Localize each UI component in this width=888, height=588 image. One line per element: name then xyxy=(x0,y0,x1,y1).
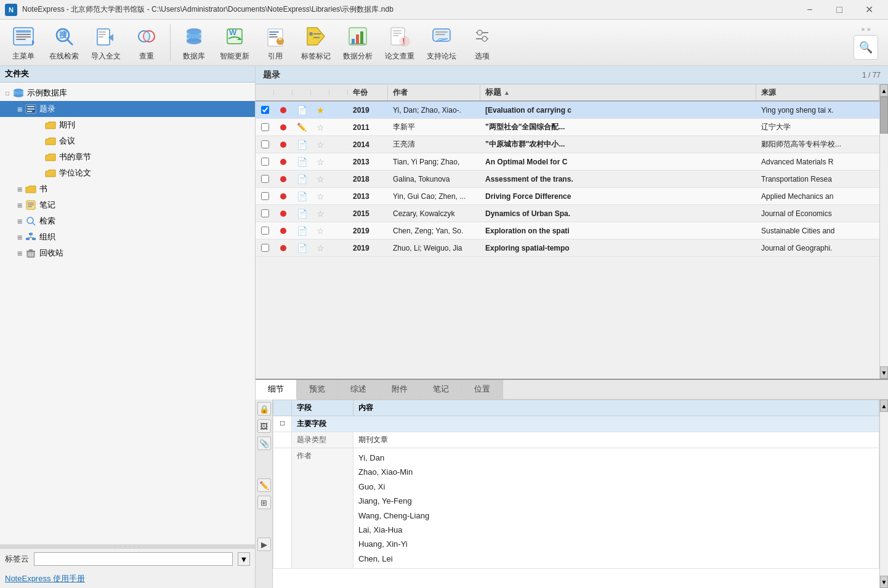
star-empty-4[interactable]: ☆ xyxy=(317,157,325,167)
detail-scrollbar-up[interactable]: ▲ xyxy=(880,400,888,412)
tree-expand-thesis[interactable] xyxy=(34,168,44,178)
toolbar-update[interactable]: W 智能更新 xyxy=(215,22,254,64)
star-filled-1[interactable]: ★ xyxy=(317,105,325,115)
detail-lock-icon[interactable]: 🔒 xyxy=(257,402,271,416)
th-author[interactable]: 作者 xyxy=(388,85,480,100)
tree-expand-trash[interactable]: ⊞ xyxy=(15,248,25,258)
detail-tab-attachment[interactable]: 附件 xyxy=(379,380,421,399)
detail-clip-icon[interactable]: 📎 xyxy=(257,437,271,450)
toolbar-analysis[interactable]: 数据分析 xyxy=(338,22,377,64)
th-title[interactable]: 标题 ▲ xyxy=(480,84,756,100)
td-star-1[interactable]: ★ xyxy=(311,103,329,117)
td-checkbox-2[interactable] xyxy=(256,121,274,133)
toolbar-cite[interactable]: " 引用 xyxy=(257,22,294,64)
td-star-7[interactable]: ☆ xyxy=(311,207,329,220)
tree-expand-search[interactable]: ⊞ xyxy=(15,216,25,226)
th-checkbox[interactable] xyxy=(256,90,274,95)
star-empty-5[interactable]: ☆ xyxy=(317,174,325,184)
td-star-2[interactable]: ☆ xyxy=(311,121,329,134)
maximize-button[interactable]: □ xyxy=(825,1,854,19)
td-star-3[interactable]: ☆ xyxy=(311,138,329,151)
tree-expand-chapter[interactable] xyxy=(34,152,44,162)
table-row[interactable]: 📄 ☆ 2015 Cezary, Kowalczyk Dynamics of U… xyxy=(256,205,879,222)
tree-expand-db[interactable]: □ xyxy=(2,88,12,98)
tree-expand-notes[interactable]: ⊞ xyxy=(15,200,25,210)
table-row[interactable]: 📄 ★ 2019 Yi, Dan; Zhao, Xiao-. [Evaluati… xyxy=(256,102,879,119)
tag-dropdown-button[interactable]: ▼ xyxy=(238,552,250,566)
toolbar-database[interactable]: 数据库 xyxy=(176,22,212,64)
detail-grid-icon[interactable]: ⊞ xyxy=(257,496,271,509)
star-empty-3[interactable]: ☆ xyxy=(317,140,325,150)
table-row[interactable]: 📄 ☆ 2014 王亮清 "中原城市群"农村中小... 鄛阳师范高等专科学校..… xyxy=(256,136,879,153)
row-checkbox-9[interactable] xyxy=(261,244,269,252)
td-checkbox-6[interactable] xyxy=(256,190,274,202)
window-controls[interactable]: − □ ✕ xyxy=(796,1,883,19)
tag-cloud-input[interactable] xyxy=(34,552,233,566)
detail-tab-preview[interactable]: 预览 xyxy=(297,380,338,399)
search-button[interactable]: 🔍 xyxy=(854,35,878,60)
td-star-5[interactable]: ☆ xyxy=(311,172,329,186)
table-row[interactable]: 📄 ☆ 2019 Chen, Zeng; Yan, So. Exploratio… xyxy=(256,222,879,240)
table-row[interactable]: 📄 ☆ 2019 Zhuo, Li; Weiguo, Jia Exploring… xyxy=(256,240,879,257)
manual-link[interactable]: NoteExpress 使用手册 xyxy=(0,570,255,588)
toolbar-expand-right2[interactable]: » xyxy=(867,26,871,33)
td-star-6[interactable]: ☆ xyxy=(311,190,329,203)
toolbar-tag[interactable]: 标签标记 xyxy=(296,22,336,64)
star-empty-6[interactable]: ☆ xyxy=(317,191,325,201)
table-row[interactable]: 📄 ☆ 2018 Galina, Tokunova Assessment of … xyxy=(256,171,879,188)
tree-expand-records[interactable]: ⊞ xyxy=(15,104,25,114)
tree-expand-book[interactable]: ⊞ xyxy=(15,184,25,194)
detail-tab-notes[interactable]: 笔记 xyxy=(421,380,462,399)
section-collapse-btn[interactable]: □ xyxy=(273,416,292,432)
td-checkbox-4[interactable] xyxy=(256,156,274,167)
detail-scrollbar[interactable]: ▲ ▼ xyxy=(879,400,888,588)
tree-item-org[interactable]: ⊞ 组织 xyxy=(0,229,255,245)
detail-run-icon[interactable]: ▶ xyxy=(257,538,271,551)
td-checkbox-9[interactable] xyxy=(256,242,274,254)
tree-expand-conf[interactable] xyxy=(34,136,44,146)
tree-item-chapter[interactable]: 书的章节 xyxy=(0,149,255,165)
row-checkbox-8[interactable] xyxy=(261,227,269,235)
td-checkbox-5[interactable] xyxy=(256,173,274,185)
row-checkbox-3[interactable] xyxy=(261,140,269,148)
toolbar-options[interactable]: 选项 xyxy=(464,22,501,64)
field-value-type[interactable]: 期刊文章 xyxy=(353,432,879,448)
tree-item-trash[interactable]: ⊞ 回收站 xyxy=(0,245,255,261)
field-value-authors[interactable]: Yi, Dan Zhao, Xiao-Min Guo, Xi Jiang, Ye… xyxy=(353,448,879,569)
star-empty-8[interactable]: ☆ xyxy=(317,226,325,236)
tree-item-notes[interactable]: ⊞ 笔记 xyxy=(0,197,255,213)
detail-edit-icon[interactable]: ✏️ xyxy=(257,478,271,492)
table-scrollbar[interactable]: ▲ ▼ xyxy=(879,84,888,379)
toolbar-menu[interactable]: 主菜单 xyxy=(5,22,42,64)
td-star-4[interactable]: ☆ xyxy=(311,155,329,169)
table-row[interactable]: 📄 ☆ 2013 Yin, Gui Cao; Zhen, ... Driving… xyxy=(256,188,879,205)
detail-tab-overview[interactable]: 综述 xyxy=(338,380,379,399)
tree-expand-journal[interactable] xyxy=(34,120,44,130)
detail-table-wrap[interactable]: 字段 内容 □ 主要字段 xyxy=(273,400,879,588)
detail-img-icon[interactable]: 🖼 xyxy=(257,419,271,433)
tree-item-thesis[interactable]: 学位论文 xyxy=(0,165,255,181)
tree-item-book[interactable]: ⊞ 书 xyxy=(0,181,255,197)
row-checkbox-7[interactable] xyxy=(261,209,269,217)
table-scroll-wrap[interactable]: 📄 ★ 2019 Yi, Dan; Zhao, Xiao-. [Evaluati… xyxy=(256,102,879,379)
td-checkbox-7[interactable] xyxy=(256,207,274,219)
toolbar-paper-check[interactable]: ! 论文查重 xyxy=(380,22,419,64)
scrollbar-down-btn[interactable]: ▼ xyxy=(880,366,888,379)
star-empty-9[interactable]: ☆ xyxy=(317,243,325,253)
row-checkbox-1[interactable] xyxy=(261,106,269,114)
tree-item-journal[interactable]: 期刊 xyxy=(0,117,255,133)
tree-item-db[interactable]: □ 示例数据库 xyxy=(0,85,255,101)
toolbar-dedup[interactable]: 查重 xyxy=(128,22,165,64)
scrollbar-track[interactable] xyxy=(880,97,888,366)
toolbar-expand-right[interactable]: » xyxy=(861,26,865,33)
tree-item-records[interactable]: ⊞ 题录 xyxy=(0,101,255,117)
tree-item-search[interactable]: ⊞ 检索 xyxy=(0,213,255,229)
row-checkbox-4[interactable] xyxy=(261,158,269,166)
tree-item-conf[interactable]: 会议 xyxy=(0,133,255,149)
toolbar-import[interactable]: 导入全文 xyxy=(86,22,126,64)
row-checkbox-5[interactable] xyxy=(261,175,269,183)
table-row[interactable]: 📄 ☆ 2013 Tian, Yi Pang; Zhao, An Optimal… xyxy=(256,153,879,171)
detail-scrollbar-down[interactable]: ▼ xyxy=(880,576,888,588)
td-star-9[interactable]: ☆ xyxy=(311,241,329,255)
row-checkbox-2[interactable] xyxy=(261,123,269,131)
